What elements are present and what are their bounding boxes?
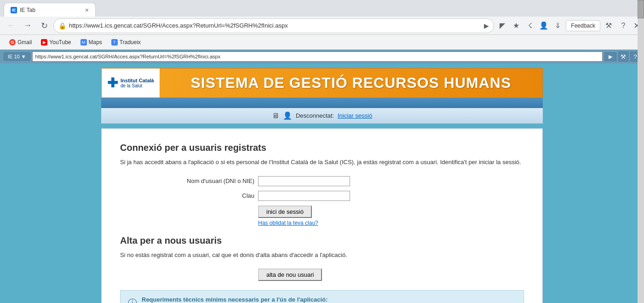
ics-cross-icon: ✚ (107, 75, 118, 91)
ie-dropdown-icon: ▼ (21, 54, 26, 59)
main-content-box: Connexió per a usuaris registrats Si ja … (101, 128, 543, 303)
browser-content: ✚ Institut Català de la Salut SISTEMA DE… (0, 63, 644, 303)
logo-line1: Institut Català (121, 78, 154, 83)
tab-close-button[interactable]: × (85, 6, 89, 14)
password-row: Clau (120, 191, 524, 201)
bookmark-icon[interactable]: ★ (510, 19, 523, 32)
reload-button[interactable]: ↻ (37, 18, 52, 33)
page-header: ✚ Institut Català de la Salut SISTEMA DE… (101, 68, 543, 98)
login-link[interactable]: Iniciar sessió (338, 112, 372, 119)
nav-icons: ◤ ★ ☇ 👤 ⇓ (496, 19, 564, 32)
ie-url-input[interactable] (32, 51, 603, 62)
login-section: Connexió per a usuaris registrats Si ja … (120, 143, 524, 226)
user-status-text: Desconnectat: (296, 112, 334, 119)
bookmark-gmail-label: Gmail (17, 39, 32, 46)
url-input[interactable] (69, 22, 481, 29)
download-icon[interactable]: ⇓ (551, 19, 564, 32)
bookmark-maps[interactable]: M Maps (77, 38, 106, 47)
username-row: Nom d'usuari (DNI o NIE) (120, 176, 524, 186)
tradueix-favicon: T (111, 39, 118, 46)
person-icon: 👤 (283, 111, 292, 120)
info-title: Requeriments tècnics mínims necessaris p… (142, 296, 328, 303)
bookmark-tradueix-label: Tradueix (120, 39, 141, 46)
username-input[interactable] (258, 176, 350, 186)
maps-favicon: M (80, 39, 87, 46)
url-bar: 🔒 ▶ (53, 18, 494, 33)
bookmark-youtube-label: YouTube (49, 39, 71, 46)
password-label: Clau (120, 192, 258, 199)
feedback-button[interactable]: Feedback (566, 20, 600, 31)
tab-title: IE Tab (20, 7, 82, 13)
ie-go-button[interactable]: ▶ (604, 52, 616, 61)
username-label: Nom d'usuari (DNI o NIE) (120, 177, 258, 184)
info-box: ⓘ Requeriments tècnics mínims necessaris… (120, 290, 524, 303)
nav-bar: ← → ↻ 🔒 ▶ ◤ ★ ☇ 👤 ⇓ Feedback ⚒ ? ✕ (0, 17, 644, 35)
page-header-wrapper: ✚ Institut Català de la Salut SISTEMA DE… (101, 63, 543, 124)
new-user-description: Si no estàs registrat com a usuari, cal … (120, 251, 524, 260)
new-user-section: Alta per a nous usuaris Si no estàs regi… (120, 235, 524, 281)
scrollbar[interactable] (638, 0, 644, 303)
youtube-favicon: ▶ (41, 39, 47, 46)
help-icon[interactable]: ? (617, 19, 630, 32)
tab-bar: IE IE Tab × (0, 0, 644, 17)
bookmark-youtube[interactable]: ▶ YouTube (37, 38, 75, 47)
info-header: ⓘ Requeriments tècnics mínims necessaris… (128, 296, 516, 303)
tab-search-icon[interactable]: ◤ (496, 19, 509, 32)
ie-tab-bar: IE 10 ▼ ▶ ⚒ ? (0, 50, 644, 63)
user-bar: 🖥 👤 Desconnectat: Iniciar sessió (101, 108, 543, 124)
page-main-title: SISTEMA DE GESTIÓ RECURSOS HUMANS (160, 74, 542, 91)
new-user-button[interactable]: alta de nou usuari (258, 269, 322, 281)
info-icon: ⓘ (128, 297, 137, 303)
wrench-icon[interactable]: ⚒ (602, 19, 615, 32)
login-heading: Connexió per a usuaris registrats (120, 143, 524, 153)
bookmark-maps-label: Maps (89, 39, 102, 46)
header-logo: ✚ Institut Català de la Salut (102, 69, 160, 97)
ie-tools-icon[interactable]: ⚒ (618, 51, 628, 62)
back-button[interactable]: ← (4, 18, 18, 33)
login-button[interactable]: inici de sessió (258, 206, 312, 218)
forward-button[interactable]: → (20, 18, 35, 33)
monitor-icon: 🖥 (272, 112, 279, 120)
logo-text: Institut Català de la Salut (121, 78, 154, 88)
forgot-password-link[interactable]: Has oblidat la teva clau? (258, 220, 524, 226)
ie-version-label: IE 10 (8, 54, 20, 59)
ie-settings-icons: ⚒ ? (618, 51, 640, 62)
login-description: Si ja has accedit abans a l'aplicació o … (120, 158, 524, 167)
bookmark-tradueix[interactable]: T Tradueix (108, 38, 144, 47)
active-tab[interactable]: IE IE Tab × (4, 3, 96, 17)
main-content-wrapper: Connexió per a usuaris registrats Si ja … (101, 124, 543, 303)
new-user-heading: Alta per a nous usuaris (120, 235, 524, 246)
gmail-favicon: G (9, 39, 16, 46)
logo-line2: de la Salut (121, 83, 154, 88)
extensions-icon[interactable]: ☇ (523, 19, 536, 32)
ie-version-button[interactable]: IE 10 ▼ (4, 52, 30, 61)
url-go-button[interactable]: ▶ (484, 22, 489, 29)
bookmarks-bar: G Gmail ▶ YouTube M Maps T Tradueix (0, 35, 644, 50)
profile-icon[interactable]: 👤 (537, 19, 550, 32)
bookmark-gmail[interactable]: G Gmail (6, 38, 35, 47)
blue-nav-strip (101, 98, 543, 108)
secure-icon: 🔒 (58, 22, 66, 29)
tab-favicon: IE (11, 7, 17, 13)
scrollbar-thumb[interactable] (638, 0, 644, 18)
password-input[interactable] (258, 191, 350, 201)
